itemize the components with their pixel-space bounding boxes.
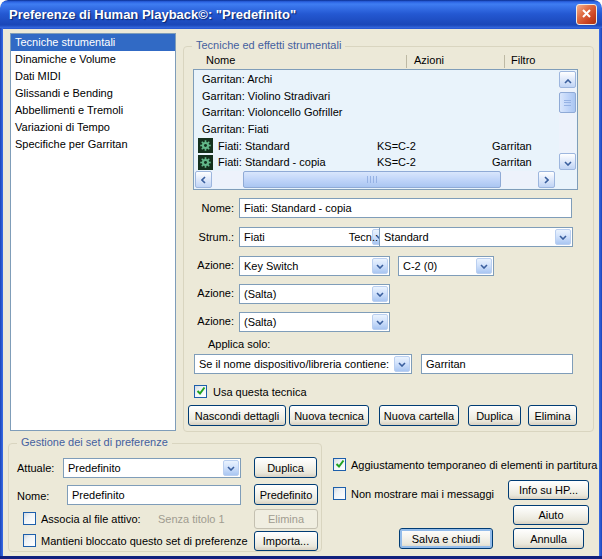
scroll-right-button[interactable] — [538, 171, 555, 188]
technique-row[interactable]: Fiati: Standard KS=C-2 Garritan — [195, 137, 558, 154]
sidebar-item-variazioni-di-tempo[interactable]: Variazioni di Tempo — [11, 119, 175, 136]
technique-row[interactable]: Garritan: Archi — [195, 71, 558, 88]
technique-row[interactable]: Fiati: Standard - copia KS=C-2 Garritan — [195, 154, 558, 171]
sidebar-item-tecniche-strumentali[interactable]: Tecniche strumentali — [11, 34, 175, 51]
technique-row[interactable]: Garritan: Violino Stradivari — [195, 88, 558, 105]
gear-icon — [198, 155, 213, 170]
sidebar-item-specifiche-per-garritan[interactable]: Specifiche per Garritan — [11, 136, 175, 153]
attuale-value: Predefinito — [68, 462, 121, 474]
sidebar-item-abbellimenti-e-tremoli[interactable]: Abbellimenti e Tremoli — [11, 102, 175, 119]
row-name: Fiati: Standard — [213, 140, 290, 152]
techniques-group-title: Tecniche ed effetti strumentali — [192, 39, 345, 51]
preference-sets-group-title: Gestione dei set di preferenze — [17, 436, 172, 448]
chevron-down-icon[interactable] — [372, 258, 388, 274]
scroll-left-button[interactable] — [195, 171, 212, 188]
technique-row[interactable]: Garritan: Violoncello Gofriller — [195, 104, 558, 121]
chevron-down-icon[interactable] — [372, 286, 388, 302]
chevron-down-icon[interactable] — [394, 356, 410, 372]
scroll-up-button[interactable] — [559, 71, 576, 88]
tecn-label: Tecn.: — [338, 231, 378, 243]
set-nome-input[interactable] — [67, 485, 241, 505]
nome-label: Nome: — [187, 202, 234, 214]
azione2-select[interactable]: (Salta) — [239, 284, 390, 304]
technique-row[interactable]: Garritan: Fiati — [195, 121, 558, 138]
category-list: Tecniche strumentali Dinamiche e Volume … — [10, 33, 176, 431]
dialog-window: Preferenze di Human Playback©: "Predefin… — [0, 0, 602, 559]
sidebar-item-dinamiche-e-volume[interactable]: Dinamiche e Volume — [11, 51, 175, 68]
duplica-set-button[interactable]: Duplica — [254, 457, 317, 478]
column-header-filtro: Filtro — [511, 54, 535, 66]
annulla-button[interactable]: Annulla — [513, 528, 584, 549]
associa-file-value: Senza titolo 1 — [158, 513, 225, 525]
info-su-hp-button[interactable]: Info su HP... — [508, 480, 589, 500]
scroll-down-button[interactable] — [559, 153, 576, 170]
mantieni-bloccato-label: Mantieni bloccato questo set di preferen… — [41, 535, 248, 547]
chevron-down-icon — [564, 156, 572, 168]
applica-solo-label: Applica solo: — [208, 338, 270, 350]
applica-filter-input[interactable] — [421, 354, 573, 374]
column-header-nome: Nome — [206, 54, 235, 66]
elimina-tecnica-button[interactable]: Elimina — [528, 405, 577, 426]
techniques-group: Tecniche ed effetti strumentali Nome Azi… — [183, 46, 594, 432]
sidebar-item-dati-midi[interactable]: Dati MIDI — [11, 68, 175, 85]
aggiustamento-checkbox[interactable] — [333, 458, 346, 471]
row-name: Garritan: Violino Stradivari — [195, 90, 330, 102]
associa-file-checkbox[interactable] — [23, 512, 36, 525]
sidebar-item-glissandi-e-bending[interactable]: Glissandi e Bending — [11, 85, 175, 102]
nuova-cartella-button[interactable]: Nuova cartella — [379, 405, 459, 426]
window-title: Preferenze di Human Playback©: "Predefin… — [0, 7, 296, 22]
checkmark-icon — [196, 386, 206, 398]
azione3-select[interactable]: (Salta) — [239, 312, 390, 332]
azione3-value: (Salta) — [244, 316, 276, 328]
row-name: Garritan: Fiati — [195, 123, 269, 135]
checkmark-icon — [335, 459, 345, 471]
chevron-right-icon — [544, 174, 549, 186]
azione2-label: Azione: — [187, 287, 234, 299]
column-header-azioni: Azioni — [414, 54, 444, 66]
chevron-down-icon[interactable] — [476, 258, 492, 274]
chevron-left-icon — [201, 174, 206, 186]
tecn-value: Standard — [384, 231, 429, 243]
horizontal-scrollbar[interactable] — [195, 171, 555, 188]
nuova-tecnica-button[interactable]: Nuova tecnica — [289, 405, 369, 426]
nascondi-dettagli-button[interactable]: Nascondi dettagli — [188, 405, 286, 426]
nome-input[interactable] — [239, 198, 572, 218]
close-button[interactable] — [576, 4, 597, 25]
attuale-select[interactable]: Predefinito — [63, 458, 241, 478]
title-bar: Preferenze di Human Playback©: "Predefin… — [0, 0, 602, 29]
aiuto-button[interactable]: Aiuto — [513, 505, 589, 525]
strum-value: Fiati — [244, 231, 265, 243]
chevron-down-icon[interactable] — [372, 314, 388, 330]
azione3-label: Azione: — [187, 315, 234, 327]
elimina-set-button: Elimina — [254, 509, 318, 529]
importa-button[interactable]: Importa... — [254, 531, 318, 551]
tecn-select[interactable]: Standard — [379, 227, 573, 247]
chevron-up-icon — [564, 74, 572, 86]
row-name: Garritan: Violoncello Gofriller — [195, 106, 342, 118]
row-actions: KS=C-2 — [377, 140, 416, 152]
horizontal-scroll-thumb[interactable] — [243, 171, 501, 188]
mantieni-bloccato-checkbox[interactable] — [23, 534, 36, 547]
azione2-value: (Salta) — [244, 288, 276, 300]
chevron-down-icon[interactable] — [555, 229, 571, 245]
row-filter: Garritan — [492, 140, 532, 152]
applica-solo-select[interactable]: Se il nome dispositivo/libreria contiene… — [194, 354, 412, 374]
usa-questa-tecnica-checkbox[interactable] — [194, 385, 207, 398]
row-name: Fiati: Standard - copia — [213, 156, 326, 168]
azione1-label: Azione: — [187, 259, 234, 271]
vertical-scrollbar[interactable] — [559, 71, 576, 170]
salva-e-chiudi-button[interactable]: Salva e chiudi — [399, 528, 493, 549]
vertical-scroll-thumb[interactable] — [559, 92, 576, 113]
non-mostrare-messaggi-checkbox[interactable] — [333, 487, 346, 500]
chevron-down-icon[interactable] — [223, 460, 239, 476]
applica-solo-value: Se il nome dispositivo/libreria contiene… — [199, 358, 389, 370]
duplica-tecnica-button[interactable]: Duplica — [468, 405, 521, 426]
azione1-param-select[interactable]: C-2 (0) — [398, 256, 494, 276]
strum-label: Strum.: — [187, 231, 234, 243]
column-separator — [406, 55, 407, 68]
preference-sets-group: Gestione dei set di preferenze Attuale: … — [8, 443, 322, 552]
associa-file-label: Associa al file attivo: — [41, 513, 141, 525]
azione1-select[interactable]: Key Switch — [239, 256, 390, 276]
predefinito-button[interactable]: Predefinito — [254, 484, 318, 505]
attuale-label: Attuale: — [17, 462, 54, 474]
